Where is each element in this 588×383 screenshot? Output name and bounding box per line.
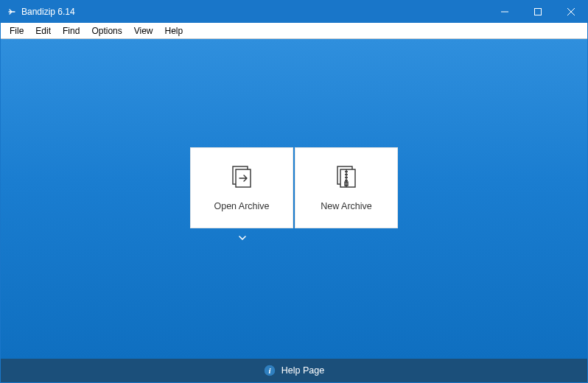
open-archive-label: Open Archive	[214, 201, 269, 211]
new-archive-button[interactable]: New Archive	[295, 147, 398, 228]
new-archive-label: New Archive	[321, 201, 371, 211]
open-archive-button[interactable]: Open Archive	[190, 147, 293, 228]
svg-rect-0	[534, 9, 541, 15]
main-area: Open Archive New Archive	[1, 39, 587, 359]
maximize-button[interactable]	[521, 1, 554, 23]
menu-help[interactable]: Help	[159, 23, 189, 38]
menubar: File Edit Find Options View Help	[1, 23, 587, 39]
open-archive-dropdown[interactable]	[237, 233, 248, 243]
open-archive-icon	[229, 164, 254, 189]
app-icon	[7, 7, 17, 17]
info-icon: i	[264, 365, 276, 376]
window-controls	[488, 1, 587, 23]
menu-options[interactable]: Options	[85, 23, 127, 38]
titlebar: Bandizip 6.14	[1, 1, 587, 23]
new-archive-icon	[334, 164, 359, 189]
menu-edit[interactable]: Edit	[29, 23, 57, 38]
help-page-link[interactable]: Help Page	[281, 365, 324, 376]
action-cards: Open Archive New Archive	[190, 147, 398, 243]
menu-view[interactable]: View	[128, 23, 159, 38]
app-window: Bandizip 6.14 File Edit Find Options Vie…	[0, 0, 588, 383]
close-button[interactable]	[554, 1, 587, 23]
menu-find[interactable]: Find	[57, 23, 85, 38]
menu-file[interactable]: File	[4, 23, 29, 38]
window-title: Bandizip 6.14	[21, 7, 75, 17]
footer: i Help Page	[1, 359, 587, 382]
minimize-button[interactable]	[488, 1, 521, 23]
